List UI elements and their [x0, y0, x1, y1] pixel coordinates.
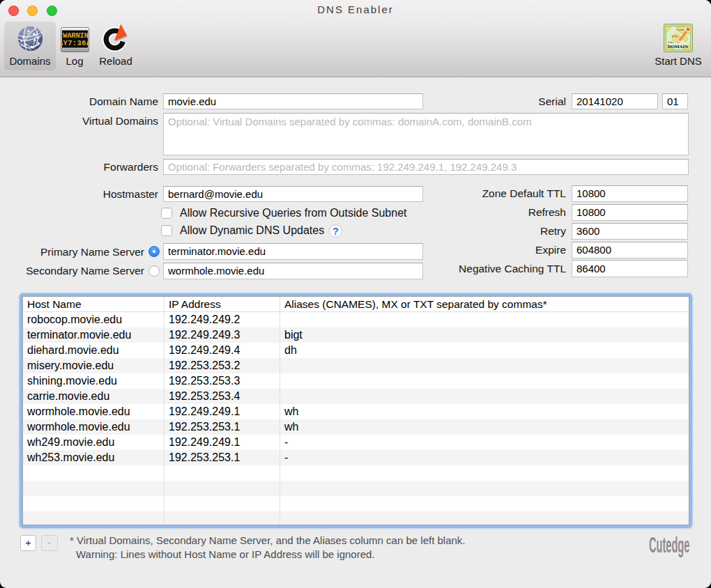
svg-text:.com: .com	[678, 28, 685, 31]
svg-text:.org: .org	[673, 34, 678, 38]
svg-text:DOMAIN: DOMAIN	[668, 44, 688, 49]
svg-text:WARNIN: WARNIN	[63, 31, 89, 40]
svg-text:AY7:36A: AY7:36A	[61, 39, 89, 47]
